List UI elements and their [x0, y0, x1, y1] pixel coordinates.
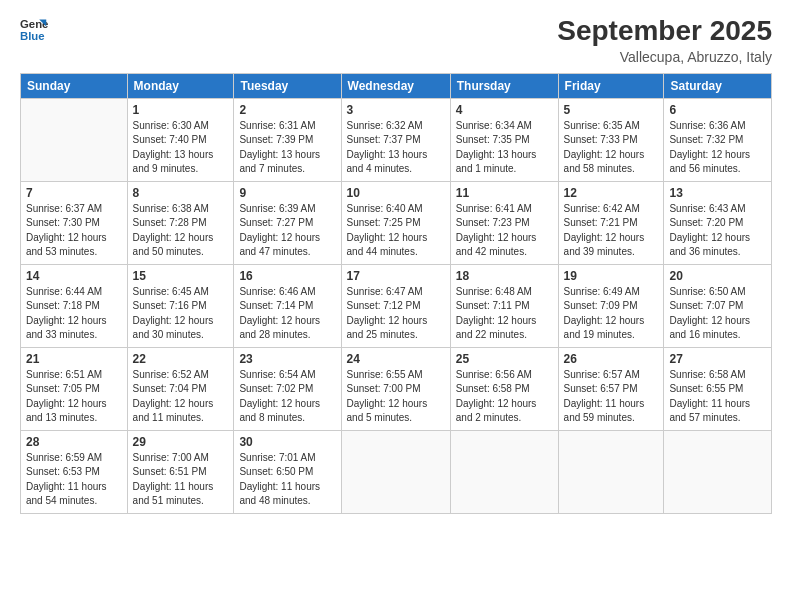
table-row: 26Sunrise: 6:57 AMSunset: 6:57 PMDayligh…: [558, 347, 664, 430]
day-number: 6: [669, 103, 766, 117]
month-title: September 2025: [557, 16, 772, 47]
table-row: 2Sunrise: 6:31 AMSunset: 7:39 PMDaylight…: [234, 98, 341, 181]
col-monday: Monday: [127, 73, 234, 98]
location: Vallecupa, Abruzzo, Italy: [557, 49, 772, 65]
table-row: [558, 430, 664, 513]
table-row: 30Sunrise: 7:01 AMSunset: 6:50 PMDayligh…: [234, 430, 341, 513]
day-number: 7: [26, 186, 122, 200]
page: General Blue September 2025 Vallecupa, A…: [0, 0, 792, 612]
table-row: 8Sunrise: 6:38 AMSunset: 7:28 PMDaylight…: [127, 181, 234, 264]
day-info: Sunrise: 6:48 AMSunset: 7:11 PMDaylight:…: [456, 285, 553, 343]
day-number: 26: [564, 352, 659, 366]
day-info: Sunrise: 7:00 AMSunset: 6:51 PMDaylight:…: [133, 451, 229, 509]
day-number: 20: [669, 269, 766, 283]
table-row: [664, 430, 772, 513]
day-number: 15: [133, 269, 229, 283]
day-info: Sunrise: 6:50 AMSunset: 7:07 PMDaylight:…: [669, 285, 766, 343]
table-row: 14Sunrise: 6:44 AMSunset: 7:18 PMDayligh…: [21, 264, 128, 347]
day-info: Sunrise: 6:39 AMSunset: 7:27 PMDaylight:…: [239, 202, 335, 260]
day-number: 25: [456, 352, 553, 366]
day-number: 4: [456, 103, 553, 117]
day-info: Sunrise: 6:42 AMSunset: 7:21 PMDaylight:…: [564, 202, 659, 260]
day-info: Sunrise: 6:52 AMSunset: 7:04 PMDaylight:…: [133, 368, 229, 426]
day-info: Sunrise: 6:31 AMSunset: 7:39 PMDaylight:…: [239, 119, 335, 177]
table-row: 7Sunrise: 6:37 AMSunset: 7:30 PMDaylight…: [21, 181, 128, 264]
calendar-week-row: 28Sunrise: 6:59 AMSunset: 6:53 PMDayligh…: [21, 430, 772, 513]
day-info: Sunrise: 6:37 AMSunset: 7:30 PMDaylight:…: [26, 202, 122, 260]
table-row: 25Sunrise: 6:56 AMSunset: 6:58 PMDayligh…: [450, 347, 558, 430]
table-row: 16Sunrise: 6:46 AMSunset: 7:14 PMDayligh…: [234, 264, 341, 347]
table-row: 17Sunrise: 6:47 AMSunset: 7:12 PMDayligh…: [341, 264, 450, 347]
header: General Blue September 2025 Vallecupa, A…: [20, 16, 772, 65]
table-row: 27Sunrise: 6:58 AMSunset: 6:55 PMDayligh…: [664, 347, 772, 430]
title-block: September 2025 Vallecupa, Abruzzo, Italy: [557, 16, 772, 65]
day-number: 10: [347, 186, 445, 200]
day-info: Sunrise: 6:55 AMSunset: 7:00 PMDaylight:…: [347, 368, 445, 426]
day-number: 18: [456, 269, 553, 283]
table-row: 19Sunrise: 6:49 AMSunset: 7:09 PMDayligh…: [558, 264, 664, 347]
table-row: 11Sunrise: 6:41 AMSunset: 7:23 PMDayligh…: [450, 181, 558, 264]
table-row: 15Sunrise: 6:45 AMSunset: 7:16 PMDayligh…: [127, 264, 234, 347]
day-number: 27: [669, 352, 766, 366]
day-info: Sunrise: 6:59 AMSunset: 6:53 PMDaylight:…: [26, 451, 122, 509]
day-number: 24: [347, 352, 445, 366]
day-number: 2: [239, 103, 335, 117]
day-info: Sunrise: 6:43 AMSunset: 7:20 PMDaylight:…: [669, 202, 766, 260]
calendar-week-row: 7Sunrise: 6:37 AMSunset: 7:30 PMDaylight…: [21, 181, 772, 264]
table-row: 22Sunrise: 6:52 AMSunset: 7:04 PMDayligh…: [127, 347, 234, 430]
table-row: [21, 98, 128, 181]
table-row: 3Sunrise: 6:32 AMSunset: 7:37 PMDaylight…: [341, 98, 450, 181]
table-row: 6Sunrise: 6:36 AMSunset: 7:32 PMDaylight…: [664, 98, 772, 181]
calendar-week-row: 21Sunrise: 6:51 AMSunset: 7:05 PMDayligh…: [21, 347, 772, 430]
day-info: Sunrise: 6:58 AMSunset: 6:55 PMDaylight:…: [669, 368, 766, 426]
calendar-week-row: 14Sunrise: 6:44 AMSunset: 7:18 PMDayligh…: [21, 264, 772, 347]
day-info: Sunrise: 6:30 AMSunset: 7:40 PMDaylight:…: [133, 119, 229, 177]
table-row: 29Sunrise: 7:00 AMSunset: 6:51 PMDayligh…: [127, 430, 234, 513]
day-info: Sunrise: 6:56 AMSunset: 6:58 PMDaylight:…: [456, 368, 553, 426]
day-number: 11: [456, 186, 553, 200]
day-number: 16: [239, 269, 335, 283]
table-row: 9Sunrise: 6:39 AMSunset: 7:27 PMDaylight…: [234, 181, 341, 264]
day-number: 21: [26, 352, 122, 366]
table-row: 24Sunrise: 6:55 AMSunset: 7:00 PMDayligh…: [341, 347, 450, 430]
table-row: 28Sunrise: 6:59 AMSunset: 6:53 PMDayligh…: [21, 430, 128, 513]
day-info: Sunrise: 6:51 AMSunset: 7:05 PMDaylight:…: [26, 368, 122, 426]
day-number: 9: [239, 186, 335, 200]
day-number: 19: [564, 269, 659, 283]
svg-text:Blue: Blue: [20, 30, 45, 42]
table-row: 5Sunrise: 6:35 AMSunset: 7:33 PMDaylight…: [558, 98, 664, 181]
day-info: Sunrise: 6:49 AMSunset: 7:09 PMDaylight:…: [564, 285, 659, 343]
col-saturday: Saturday: [664, 73, 772, 98]
day-number: 28: [26, 435, 122, 449]
col-tuesday: Tuesday: [234, 73, 341, 98]
day-number: 29: [133, 435, 229, 449]
table-row: 23Sunrise: 6:54 AMSunset: 7:02 PMDayligh…: [234, 347, 341, 430]
col-thursday: Thursday: [450, 73, 558, 98]
table-row: 4Sunrise: 6:34 AMSunset: 7:35 PMDaylight…: [450, 98, 558, 181]
day-number: 17: [347, 269, 445, 283]
day-number: 12: [564, 186, 659, 200]
calendar-header-row: Sunday Monday Tuesday Wednesday Thursday…: [21, 73, 772, 98]
day-info: Sunrise: 6:54 AMSunset: 7:02 PMDaylight:…: [239, 368, 335, 426]
col-sunday: Sunday: [21, 73, 128, 98]
day-info: Sunrise: 6:35 AMSunset: 7:33 PMDaylight:…: [564, 119, 659, 177]
calendar-week-row: 1Sunrise: 6:30 AMSunset: 7:40 PMDaylight…: [21, 98, 772, 181]
table-row: [450, 430, 558, 513]
table-row: [341, 430, 450, 513]
day-info: Sunrise: 6:57 AMSunset: 6:57 PMDaylight:…: [564, 368, 659, 426]
logo: General Blue: [20, 16, 48, 44]
table-row: 12Sunrise: 6:42 AMSunset: 7:21 PMDayligh…: [558, 181, 664, 264]
day-number: 23: [239, 352, 335, 366]
logo-icon: General Blue: [20, 16, 48, 44]
day-number: 13: [669, 186, 766, 200]
day-info: Sunrise: 6:40 AMSunset: 7:25 PMDaylight:…: [347, 202, 445, 260]
day-number: 22: [133, 352, 229, 366]
day-info: Sunrise: 6:34 AMSunset: 7:35 PMDaylight:…: [456, 119, 553, 177]
table-row: 10Sunrise: 6:40 AMSunset: 7:25 PMDayligh…: [341, 181, 450, 264]
table-row: 18Sunrise: 6:48 AMSunset: 7:11 PMDayligh…: [450, 264, 558, 347]
day-info: Sunrise: 6:44 AMSunset: 7:18 PMDaylight:…: [26, 285, 122, 343]
col-friday: Friday: [558, 73, 664, 98]
day-info: Sunrise: 6:32 AMSunset: 7:37 PMDaylight:…: [347, 119, 445, 177]
day-number: 30: [239, 435, 335, 449]
table-row: 13Sunrise: 6:43 AMSunset: 7:20 PMDayligh…: [664, 181, 772, 264]
